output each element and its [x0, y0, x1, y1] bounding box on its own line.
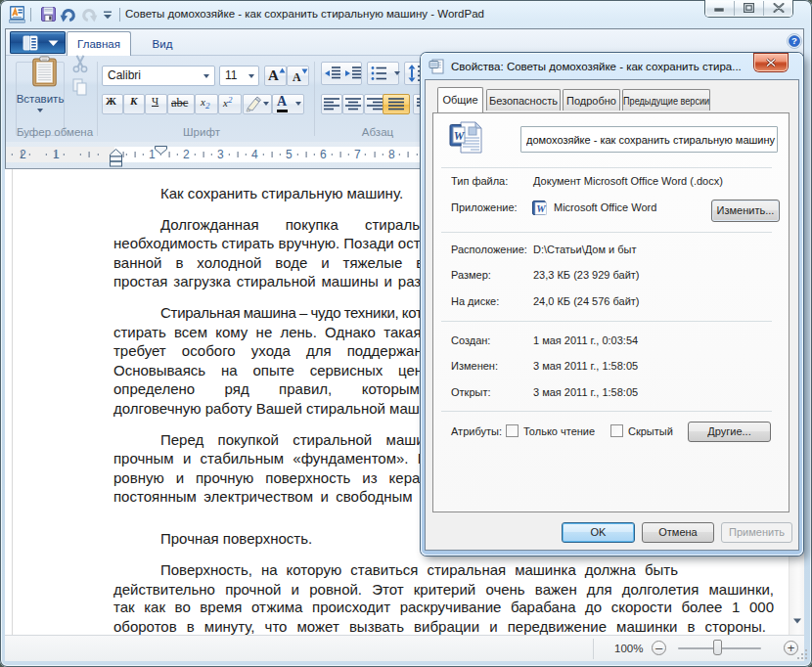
svg-text:W: W	[454, 129, 466, 143]
svg-text:W: W	[536, 203, 546, 214]
svg-text:?: ?	[791, 35, 797, 46]
